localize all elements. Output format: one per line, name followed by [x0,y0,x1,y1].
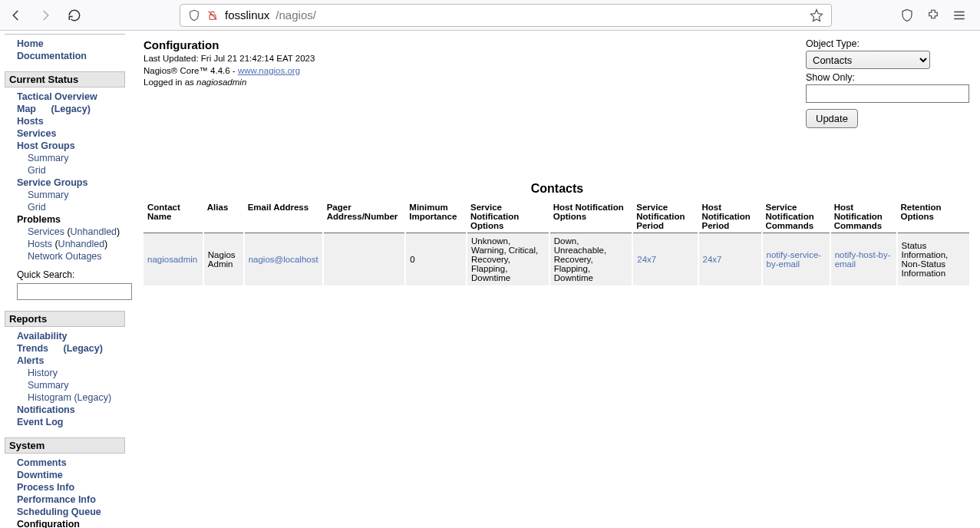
th-contact-name[interactable]: Contact Name [144,200,203,233]
logged-in-user: nagiosadmin [196,78,246,87]
nav-sg-grid[interactable]: Grid [28,202,46,213]
nav-hosts[interactable]: Hosts [17,116,44,127]
cell-retention: Status Information, Non-Status Informati… [897,233,970,286]
nav-comments[interactable]: Comments [17,457,67,468]
nav-documentation[interactable]: Documentation [17,51,87,61]
version-text: Nagios® Core™ 4.4.6 - [144,66,238,75]
update-button[interactable]: Update [806,109,858,128]
object-type-select[interactable]: Contacts [806,51,930,69]
cell-svc-notif-period[interactable]: 24x7 [637,255,656,264]
nagios-link[interactable]: www.nagios.org [238,66,300,75]
url-bar[interactable]: fosslinux/nagios/ [180,4,832,27]
controls-panel: Object Type: Contacts Show Only: Update [806,38,971,128]
nav-sg-summary[interactable]: Summary [28,190,68,200]
nav-problems-services[interactable]: Services [28,226,64,237]
quick-search-input[interactable] [17,283,132,300]
th-host-notif-opts[interactable]: Host Notification Options [549,200,633,233]
main-content: Configuration Last Updated: Fri Jul 21 2… [134,31,980,293]
nav-header-reports: Reports [5,311,125,327]
shield-icon [188,9,200,21]
reload-icon[interactable] [64,5,84,25]
nav-event-log[interactable]: Event Log [17,417,63,427]
cell-svc-notif-cmds[interactable]: notify-service-by-email [767,250,822,269]
nav-problems: Problems [17,213,131,226]
cell-email[interactable]: nagios@localhost [249,255,318,264]
nav-tactical-overview[interactable]: Tactical Overview [17,91,97,102]
cell-min-importance: 0 [405,233,467,286]
section-title: Contacts [144,182,971,196]
nav-downtime[interactable]: Downtime [17,470,63,480]
nav-alerts-history[interactable]: History [28,368,58,378]
nav-alerts[interactable]: Alerts [17,355,44,366]
extensions-icon[interactable] [923,5,943,25]
show-only-label: Show Only: [806,72,971,83]
object-type-label: Object Type: [806,38,971,49]
cell-svc-notif-opts: Unknown, Warning, Critical, Recovery, Fl… [467,233,549,286]
nav-services[interactable]: Services [17,128,56,139]
nav-network-outages[interactable]: Network Outages [28,251,102,262]
nav-trends-legacy[interactable]: (Legacy) [63,343,102,354]
sidebar: Home Documentation Current Status Tactic… [0,31,134,528]
th-svc-notif-cmds[interactable]: Service Notification Commands [762,200,830,233]
nav-hg-summary[interactable]: Summary [28,153,68,163]
star-icon[interactable] [810,8,823,22]
nav-problems-hosts-unhandled[interactable]: Unhandled [58,239,104,249]
cell-alias: Nagios Admin [203,233,244,286]
nav-problems-hosts[interactable]: Hosts [28,239,52,249]
lock-slash-icon [206,9,219,21]
browser-toolbar: fosslinux/nagios/ [0,0,980,31]
nav-header-current-status: Current Status [5,71,125,87]
logged-in-prefix: Logged in as [144,78,196,87]
nav-service-groups[interactable]: Service Groups [17,177,87,188]
last-updated: Last Updated: Fri Jul 21 21:42:14 EAT 20… [144,53,315,65]
th-svc-notif-period[interactable]: Service Notification Period [632,200,698,233]
nav-scheduling-queue[interactable]: Scheduling Queue [17,507,101,517]
url-domain: fosslinux [225,8,269,21]
nav-alerts-summary[interactable]: Summary [28,380,68,391]
forward-icon[interactable] [35,5,55,25]
nav-header-system: System [5,437,125,454]
cell-host-notif-period[interactable]: 24x7 [703,255,722,264]
th-retention[interactable]: Retention Options [897,200,970,233]
nav-performance-info[interactable]: Performance Info [17,494,96,505]
config-header: Configuration Last Updated: Fri Jul 21 2… [144,38,315,89]
th-alias[interactable]: Alias [203,200,244,233]
nav-host-groups[interactable]: Host Groups [17,140,75,151]
cell-contact-name[interactable]: nagiosadmin [147,255,197,264]
nav-trends[interactable]: Trends [17,343,48,354]
nav-hg-grid[interactable]: Grid [28,165,46,176]
th-svc-notif-opts[interactable]: Service Notification Options [467,200,549,233]
nav-alerts-histogram[interactable]: Histogram (Legacy) [28,392,111,403]
th-email[interactable]: Email Address [244,200,323,233]
th-host-notif-cmds[interactable]: Host Notification Commands [830,200,897,233]
nav-map-legacy[interactable]: (Legacy) [51,104,90,114]
nav-map[interactable]: Map [17,104,36,114]
back-icon[interactable] [6,5,26,25]
table-header-row: Contact Name Alias Email Address Pager A… [144,200,970,233]
table-row: nagiosadmin Nagios Admin nagios@localhos… [144,233,970,286]
cell-host-notif-opts: Down, Unreachable, Recovery, Flapping, D… [549,233,633,286]
page-title: Configuration [144,38,315,51]
contacts-table: Contact Name Alias Email Address Pager A… [144,200,971,285]
cell-host-notif-cmds[interactable]: notify-host-by-email [835,250,891,269]
show-only-input[interactable] [806,84,969,103]
nav-problems-services-unhandled[interactable]: Unhandled [71,226,117,237]
nav-notifications[interactable]: Notifications [17,404,75,415]
nav-home[interactable]: Home [17,38,44,49]
nav-availability[interactable]: Availability [17,331,68,342]
quick-search-label: Quick Search: [17,267,131,280]
th-min-importance[interactable]: Minimum Importance [405,200,467,233]
th-host-notif-period[interactable]: Host Notification Period [698,200,762,233]
nav-configuration[interactable]: Configuration [17,519,80,528]
th-pager[interactable]: Pager Address/Number [323,200,406,233]
url-path: /nagios/ [276,8,316,21]
menu-icon[interactable] [949,5,969,25]
cell-pager [323,233,406,286]
nav-process-info[interactable]: Process Info [17,482,74,493]
shield2-icon[interactable] [897,5,917,25]
